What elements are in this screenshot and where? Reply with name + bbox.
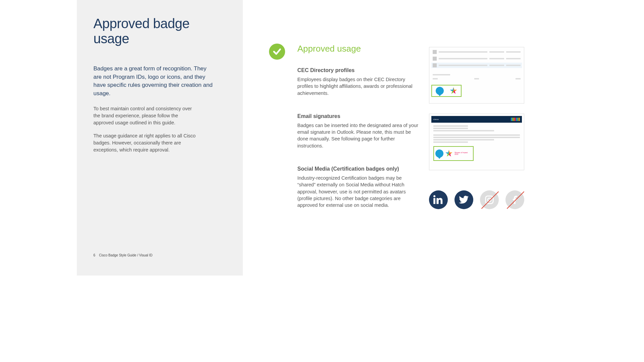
body-paragraph-2: The usage guidance at right applies to a… bbox=[94, 132, 198, 154]
body-paragraph-1: To best maintain control and consistency… bbox=[94, 105, 198, 126]
badge-ribbon-icon bbox=[436, 87, 444, 95]
section-directory: CEC Directory profiles Employees display… bbox=[298, 67, 419, 97]
email-screenshot: cisco bbox=[429, 114, 524, 170]
linkedin-icon bbox=[429, 190, 448, 209]
check-column bbox=[269, 44, 287, 276]
section-body: Badges can be inserted into the designat… bbox=[298, 122, 419, 149]
badge-star-icon bbox=[445, 150, 453, 157]
visuals-column: cisco bbox=[429, 47, 551, 276]
badge-ribbon-icon bbox=[435, 149, 443, 158]
section-body: Industry-recognized Certification badges… bbox=[298, 175, 419, 208]
section-heading: Email signatures bbox=[298, 113, 419, 119]
section-body: Employees display badges on their CEC Di… bbox=[298, 76, 419, 97]
section-email: Email signatures Badges can be inserted … bbox=[298, 113, 419, 149]
right-panel: Approved usage CEC Directory profiles Em… bbox=[243, 0, 568, 276]
page-footer: 6 Cisco Badge Style Guide / Visual ID bbox=[94, 253, 153, 257]
footer-page-number: 6 bbox=[94, 253, 96, 257]
badge-star-icon bbox=[450, 87, 457, 95]
directory-badge-highlight bbox=[431, 85, 462, 97]
document-page: Approved badge usage Badges are a great … bbox=[77, 0, 568, 276]
footer-doc-title: Cisco Badge Style Guide / Visual ID bbox=[99, 253, 152, 257]
content-column: Approved usage CEC Directory profiles Em… bbox=[298, 44, 419, 276]
instagram-icon-disabled bbox=[480, 190, 499, 209]
email-badge-highlight: Women of Impact 2015 bbox=[433, 146, 474, 161]
twitter-icon bbox=[454, 190, 473, 209]
page-title: Approved badge usage bbox=[94, 16, 226, 46]
approved-usage-heading: Approved usage bbox=[298, 44, 419, 54]
intro-paragraph: Badges are a great form of recognition. … bbox=[94, 65, 214, 98]
email-header-bar: cisco bbox=[431, 116, 522, 123]
section-social: Social Media (Certification badges only)… bbox=[298, 166, 419, 208]
section-heading: CEC Directory profiles bbox=[298, 67, 419, 73]
social-icons-row bbox=[429, 190, 524, 209]
svg-point-1 bbox=[488, 198, 491, 201]
directory-screenshot bbox=[429, 47, 524, 104]
facebook-icon-disabled bbox=[505, 190, 524, 209]
svg-point-2 bbox=[491, 197, 492, 198]
badge-label: Women of Impact 2015 bbox=[454, 152, 472, 155]
svg-rect-0 bbox=[486, 196, 493, 204]
section-heading: Social Media (Certification badges only) bbox=[298, 166, 419, 172]
left-panel: Approved badge usage Badges are a great … bbox=[77, 0, 243, 276]
checkmark-icon bbox=[269, 44, 285, 60]
